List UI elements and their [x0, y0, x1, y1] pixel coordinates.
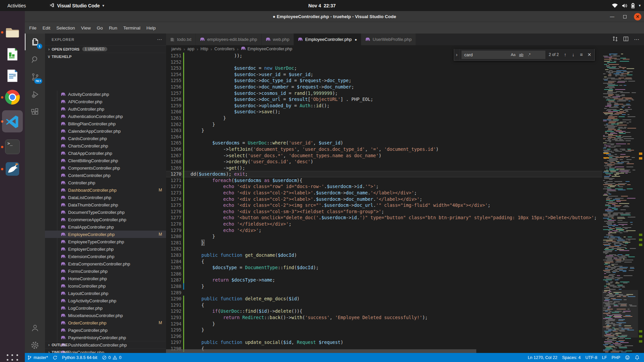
- file-AuthenticationController.php[interactable]: AuthenticationController.php: [45, 113, 166, 120]
- workspace-root[interactable]: ∨ TRUEHELP: [45, 53, 166, 60]
- file-ChartsController.php[interactable]: ChartsController.php: [45, 142, 166, 149]
- code-line[interactable]: 1255 $userdoc->doc_type_id = $request->d…: [166, 77, 602, 84]
- file-EmailAppController.php[interactable]: EmailAppController.php: [45, 223, 166, 231]
- sidebar-more-actions[interactable]: ⋯: [157, 37, 162, 43]
- menu-go[interactable]: Go: [94, 24, 106, 32]
- code-line[interactable]: 1290 public function delete_emp_docs($id…: [166, 296, 602, 302]
- file-ComponentsController.php[interactable]: ComponentsController.php: [45, 164, 166, 172]
- clock[interactable]: Nov 4 22:37: [0, 3, 644, 8]
- find-input[interactable]: [462, 51, 545, 59]
- line-number[interactable]: 1288: [166, 283, 181, 290]
- scrollbar-thumb[interactable]: [166, 349, 476, 353]
- line-number[interactable]: 1269: [166, 165, 181, 171]
- file-DataThumbController.php[interactable]: DataThumbController.php: [45, 201, 166, 208]
- regex-icon[interactable]: .*: [526, 51, 533, 58]
- code-line[interactable]: 1268 ->orderBy('user_docs.id', 'desc'): [166, 159, 602, 165]
- code-line[interactable]: 1276 echo '<div class="col-sm-3"><fields…: [166, 208, 602, 215]
- line-number[interactable]: 1273: [166, 190, 181, 196]
- file-EmployeeTypeController.php[interactable]: EmployeeTypeController.php: [45, 238, 166, 245]
- file-ClientBillingController.php[interactable]: ClientBillingController.php: [45, 157, 166, 164]
- file-FormsController.php[interactable]: FormsController.php: [45, 267, 166, 275]
- line-number[interactable]: 1291: [166, 302, 181, 308]
- file-EmployerController.php[interactable]: EmployerController.php: [45, 245, 166, 253]
- code-line[interactable]: 1289: [166, 290, 602, 296]
- dock-chrome[interactable]: [3, 88, 21, 106]
- code-line[interactable]: 1259 $userdoc->uploaded_by = Auth::id();: [166, 103, 602, 109]
- indentation-item[interactable]: Spaces: 4: [560, 353, 583, 362]
- tab-EmployeeController.php[interactable]: EmployeeController.php●: [294, 34, 361, 45]
- menu-view[interactable]: View: [78, 24, 94, 32]
- whole-word-icon[interactable]: ab: [518, 51, 525, 58]
- find-toggle-replace[interactable]: ›: [454, 49, 460, 60]
- line-number[interactable]: 1251: [166, 53, 181, 59]
- code-line[interactable]: 1262 }: [166, 121, 602, 128]
- line-number[interactable]: 1278: [166, 221, 181, 227]
- line-number[interactable]: 1270: [166, 171, 181, 177]
- extensions-icon[interactable]: [25, 103, 45, 120]
- line-number[interactable]: 1261: [166, 115, 181, 121]
- line-number[interactable]: 1272: [166, 183, 181, 190]
- line-number[interactable]: 1292: [166, 308, 181, 314]
- dock-libreoffice-writer[interactable]: [3, 67, 21, 85]
- find-next-icon[interactable]: ↓: [570, 51, 577, 58]
- menu-run[interactable]: Run: [106, 24, 120, 32]
- minimap-slider[interactable]: [602, 290, 638, 338]
- file-ExtensionController.php[interactable]: ExtensionController.php: [45, 253, 166, 260]
- menu-edit[interactable]: Edit: [40, 24, 53, 32]
- code-line[interactable]: 1275 echo '<div class="col-2"><img src="…: [166, 202, 602, 208]
- window-title-bar[interactable]: ● EmployeeController.php - truehelp - Vi…: [25, 11, 644, 22]
- breadcrumb-item[interactable]: Controllers: [214, 47, 234, 51]
- file-OrderController.php[interactable]: OrderController.phpM: [45, 319, 166, 326]
- line-number[interactable]: 1259: [166, 103, 181, 109]
- code-line[interactable]: 1256 $userdoc->doc_number = $request->do…: [166, 84, 602, 90]
- line-number[interactable]: 1262: [166, 121, 181, 128]
- line-number[interactable]: 1256: [166, 84, 181, 90]
- file-LogActivityController.php[interactable]: LogActivityController.php: [45, 297, 166, 304]
- code-line[interactable]: 1284 {: [166, 258, 602, 265]
- file-APIController.php[interactable]: APIController.php: [45, 98, 166, 105]
- horizontal-scrollbar[interactable]: [166, 349, 602, 353]
- file-MiscellaneousController.php[interactable]: MiscellaneousController.php: [45, 312, 166, 319]
- python-interpreter-item[interactable]: Python 3.8.5 64-bit: [60, 353, 100, 362]
- code-line[interactable]: 1271 foreach($userdocms as $userdocm){: [166, 177, 602, 184]
- run-debug-icon[interactable]: [25, 86, 45, 103]
- code-line[interactable]: 1278 echo '</fieldset></div>';: [166, 221, 602, 227]
- line-number[interactable]: 1296: [166, 333, 181, 340]
- line-number[interactable]: 1280: [166, 233, 181, 240]
- match-case-icon[interactable]: Aa: [510, 51, 517, 58]
- code-line[interactable]: 1264: [166, 134, 602, 140]
- file-DataListController.php[interactable]: DataListController.php: [45, 194, 166, 201]
- source-control-icon[interactable]: 7K+: [25, 68, 45, 85]
- file-LayoutController.php[interactable]: LayoutController.php: [45, 290, 166, 297]
- code-line[interactable]: 1287 return $docsType->name;: [166, 277, 602, 283]
- line-number[interactable]: 1267: [166, 153, 181, 159]
- line-number[interactable]: 1275: [166, 202, 181, 208]
- dock-terminal[interactable]: >_: [3, 138, 21, 156]
- settings-gear-icon[interactable]: [25, 337, 45, 354]
- line-number[interactable]: 1260: [166, 109, 181, 115]
- code-line[interactable]: 1279 echo '</div>';: [166, 227, 602, 234]
- tab-employees-edit.blade.php[interactable]: employees-edit.blade.php: [196, 34, 262, 45]
- line-number[interactable]: 1276: [166, 208, 181, 215]
- code-line[interactable]: 1270dd($userdocms); exit;: [166, 171, 602, 177]
- menu-file[interactable]: File: [26, 24, 40, 32]
- file-BillingPlanController.php[interactable]: BillingPlanController.php: [45, 120, 166, 127]
- code-line[interactable]: 1281 }: [166, 240, 602, 246]
- dirty-indicator[interactable]: ●: [355, 38, 357, 42]
- outline-section[interactable]: › OUTLINE: [45, 341, 166, 348]
- line-number[interactable]: 1253: [166, 65, 181, 71]
- open-changes-icon[interactable]: [612, 36, 618, 43]
- line-number[interactable]: 1252: [166, 59, 181, 65]
- line-number[interactable]: 1286: [166, 271, 181, 277]
- feedback-icon[interactable]: [623, 353, 632, 362]
- cursor-position-item[interactable]: Ln 1270, Col 22: [525, 353, 559, 362]
- file-HomeController.php[interactable]: HomeController.php: [45, 275, 166, 282]
- code-line[interactable]: 1296: [166, 333, 602, 340]
- line-number[interactable]: 1264: [166, 134, 181, 140]
- code-line[interactable]: 1253 $userdoc = new UserDoc;: [166, 65, 602, 71]
- line-number[interactable]: 1271: [166, 177, 181, 184]
- line-number[interactable]: 1282: [166, 246, 181, 252]
- line-number[interactable]: 1265: [166, 140, 181, 146]
- line-number[interactable]: 1258: [166, 96, 181, 103]
- code-line[interactable]: 1288 }: [166, 283, 602, 290]
